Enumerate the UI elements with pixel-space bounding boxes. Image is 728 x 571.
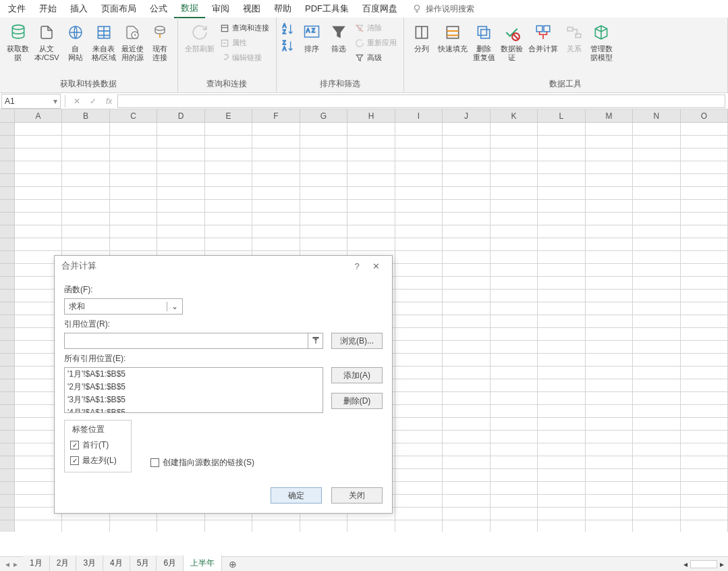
cell[interactable] — [252, 136, 300, 148]
cell[interactable] — [538, 290, 585, 302]
cell[interactable] — [395, 200, 443, 213]
cell[interactable] — [443, 405, 490, 418]
tab-nav-next-icon[interactable]: ▸ — [13, 560, 18, 569]
cell[interactable] — [681, 174, 728, 187]
cell[interactable] — [538, 392, 585, 405]
reapply-item[interactable]: 重新应用 — [352, 36, 399, 49]
cell[interactable] — [586, 495, 633, 508]
row-header[interactable] — [0, 508, 15, 520]
col-header[interactable]: C — [110, 109, 157, 122]
cell[interactable] — [395, 482, 443, 495]
cell[interactable] — [586, 469, 633, 482]
cell[interactable] — [586, 456, 633, 469]
cell[interactable] — [347, 187, 395, 200]
row-header[interactable] — [0, 161, 15, 174]
cell[interactable] — [395, 264, 443, 277]
cell[interactable] — [347, 123, 395, 136]
row-header[interactable] — [0, 290, 15, 302]
cell[interactable] — [110, 238, 157, 251]
cell[interactable] — [633, 264, 680, 277]
cell[interactable] — [681, 443, 728, 456]
cell[interactable] — [538, 341, 585, 354]
top-row-checkbox[interactable]: ✓首行(T) — [70, 439, 125, 451]
cell[interactable] — [633, 238, 680, 251]
cell[interactable] — [395, 443, 443, 456]
cell[interactable] — [252, 187, 300, 200]
menu-help[interactable]: 帮助 — [267, 0, 298, 18]
cell[interactable] — [443, 238, 490, 251]
cell[interactable] — [205, 161, 252, 174]
cell[interactable] — [681, 508, 728, 520]
cell[interactable] — [491, 302, 538, 315]
col-header[interactable]: F — [252, 109, 300, 122]
cell[interactable] — [443, 148, 490, 161]
cell[interactable] — [443, 431, 490, 443]
cell[interactable] — [681, 405, 728, 418]
cell[interactable] — [491, 315, 538, 328]
cell[interactable] — [633, 341, 680, 354]
cell[interactable] — [586, 508, 633, 520]
cell[interactable] — [205, 123, 252, 136]
cell[interactable] — [395, 405, 443, 418]
row-header[interactable] — [0, 354, 15, 366]
tab-nav-prev-icon[interactable]: ◂ — [5, 560, 9, 569]
cell[interactable] — [491, 161, 538, 174]
existing-connections-button[interactable]: 现有 连接 — [146, 20, 173, 63]
cell[interactable] — [110, 174, 157, 187]
cell[interactable] — [300, 520, 347, 532]
cell[interactable] — [15, 520, 62, 532]
cell[interactable] — [681, 290, 728, 302]
cell[interactable] — [491, 277, 538, 290]
row-header[interactable] — [0, 405, 15, 418]
row-header[interactable] — [0, 495, 15, 508]
cell[interactable] — [62, 148, 109, 161]
cell[interactable] — [681, 213, 728, 225]
cell[interactable] — [538, 405, 585, 418]
consolidate-button[interactable]: 合并计算 — [526, 20, 561, 55]
cell[interactable] — [491, 354, 538, 366]
cell[interactable] — [538, 520, 585, 532]
sheet-tab[interactable]: 上半年 — [184, 555, 222, 571]
row-header[interactable] — [0, 328, 15, 341]
cell[interactable] — [110, 225, 157, 238]
row-header[interactable] — [0, 482, 15, 495]
cell[interactable] — [491, 238, 538, 251]
cell[interactable] — [538, 315, 585, 328]
cell[interactable] — [110, 187, 157, 200]
cell[interactable] — [300, 161, 347, 174]
cell[interactable] — [586, 225, 633, 238]
cell[interactable] — [633, 251, 680, 264]
cell[interactable] — [491, 379, 538, 392]
cell[interactable] — [633, 302, 680, 315]
cell[interactable] — [633, 161, 680, 174]
cell[interactable] — [491, 431, 538, 443]
cell[interactable] — [538, 431, 585, 443]
cell[interactable] — [586, 405, 633, 418]
cell[interactable] — [443, 213, 490, 225]
cell[interactable] — [395, 315, 443, 328]
cell[interactable] — [538, 443, 585, 456]
cell[interactable] — [205, 213, 252, 225]
cell[interactable] — [62, 213, 109, 225]
cell[interactable] — [110, 520, 157, 532]
row-header[interactable] — [0, 251, 15, 264]
cell[interactable] — [347, 200, 395, 213]
cell[interactable] — [538, 418, 585, 431]
cell[interactable] — [491, 187, 538, 200]
cell[interactable] — [15, 123, 62, 136]
select-all-corner[interactable] — [0, 109, 15, 122]
list-item[interactable]: '4月'!$A$1:$B$5 — [65, 406, 323, 413]
cell[interactable] — [491, 392, 538, 405]
cell[interactable] — [491, 290, 538, 302]
cell[interactable] — [395, 238, 443, 251]
cell[interactable] — [681, 161, 728, 174]
from-csv-button[interactable]: 从文 本/CSV — [32, 20, 62, 63]
cell[interactable] — [443, 328, 490, 341]
properties-item[interactable]: 属性 — [217, 36, 272, 49]
cell[interactable] — [633, 225, 680, 238]
add-button[interactable]: 添加(A) — [331, 367, 383, 383]
cell[interactable] — [15, 187, 62, 200]
cell[interactable] — [633, 418, 680, 431]
cell[interactable] — [586, 379, 633, 392]
cell[interactable] — [491, 328, 538, 341]
